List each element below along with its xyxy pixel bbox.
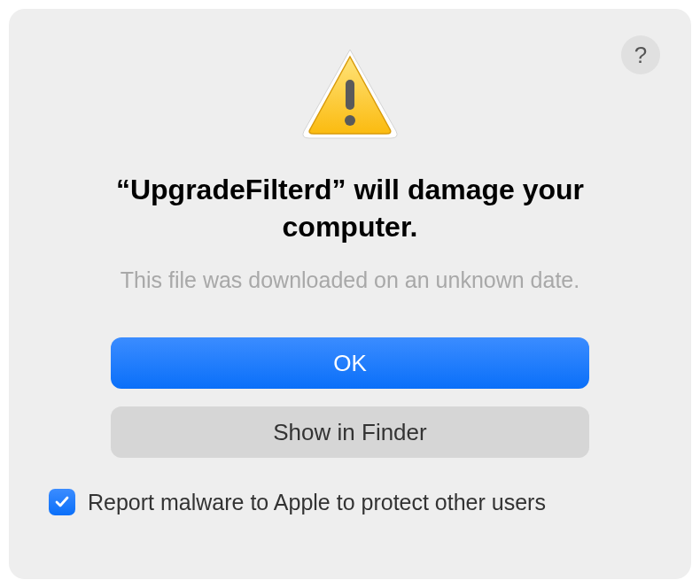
svg-rect-0: [346, 80, 354, 110]
report-malware-label: Report malware to Apple to protect other…: [88, 490, 546, 515]
warning-icon: [297, 44, 403, 145]
help-button[interactable]: ?: [621, 35, 660, 74]
ok-button-label: OK: [333, 350, 367, 377]
alert-dialog: ? “UpgradeFilterd” will damage your comp…: [9, 9, 691, 579]
svg-point-1: [345, 115, 355, 126]
checkmark-icon: [53, 493, 71, 511]
ok-button[interactable]: OK: [111, 337, 589, 389]
show-in-finder-label: Show in Finder: [273, 419, 426, 446]
help-icon: ?: [634, 42, 647, 69]
report-malware-row: Report malware to Apple to protect other…: [49, 489, 546, 515]
report-malware-checkbox[interactable]: [49, 489, 75, 515]
dialog-subtitle: This file was downloaded on an unknown d…: [121, 267, 579, 293]
show-in-finder-button[interactable]: Show in Finder: [111, 406, 589, 458]
dialog-title: “UpgradeFilterd” will damage your comput…: [62, 172, 638, 245]
